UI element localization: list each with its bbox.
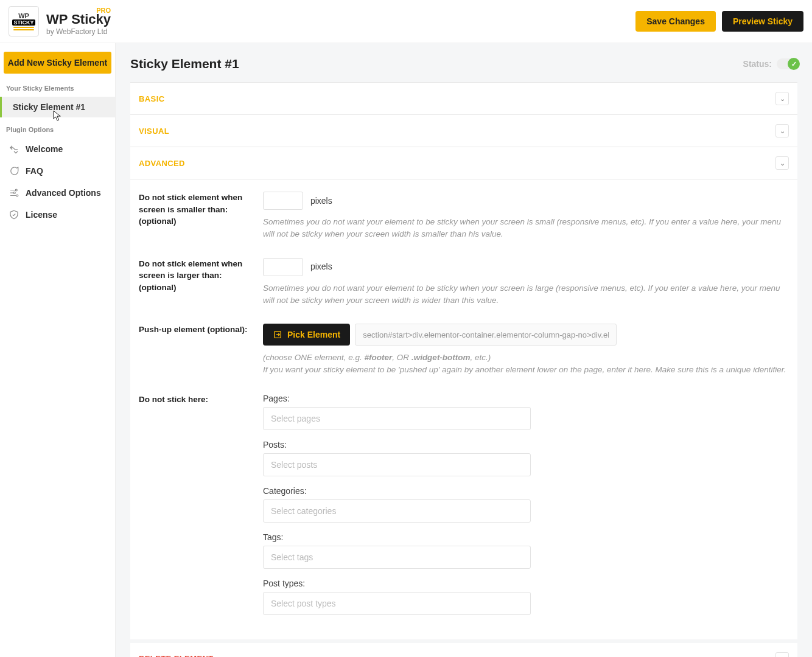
group-label-tags: Tags: bbox=[263, 532, 789, 542]
top-actions: Save Changes Preview Sticky bbox=[635, 11, 803, 32]
select-tags[interactable]: Select tags bbox=[263, 546, 531, 569]
pushup-selector-input[interactable] bbox=[355, 324, 617, 346]
page-title: Sticky Element #1 bbox=[130, 57, 239, 71]
select-post-types[interactable]: Select post types bbox=[263, 592, 531, 615]
chevron-down-icon: ⌄ bbox=[775, 92, 789, 105]
chevron-down-icon: ⌄ bbox=[775, 124, 789, 137]
sidebar-item-label: Sticky Element #1 bbox=[13, 102, 85, 112]
sidebar-item-advanced-options[interactable]: Advanced Options bbox=[0, 182, 115, 204]
app-name: WP Sticky bbox=[46, 12, 111, 27]
panel-advanced-body: Do not stick element when screen is smal… bbox=[130, 179, 797, 639]
sidebar-item-label: FAQ bbox=[26, 166, 43, 176]
svg-point-1 bbox=[13, 192, 15, 194]
main-content: Sticky Element #1 Status: ✓ BASIC ⌄ VISU… bbox=[116, 43, 812, 657]
panel-visual[interactable]: VISUAL ⌄ bbox=[130, 115, 797, 147]
field-description: Sometimes you do not want your element t… bbox=[263, 282, 789, 307]
status-block: Status: ✓ bbox=[743, 58, 797, 69]
panel-delete[interactable]: DELETE ELEMENT ⌄ bbox=[130, 643, 797, 658]
group-label-post-types: Post types: bbox=[263, 579, 789, 588]
sidebar-item-sticky-1[interactable]: Sticky Element #1 bbox=[0, 97, 115, 117]
field-description: (choose ONE element, e.g. #footer, OR .w… bbox=[263, 352, 789, 377]
field-label: Push-up element (optional): bbox=[139, 324, 248, 377]
sidebar-item-faq[interactable]: FAQ bbox=[0, 160, 115, 182]
field-min-screen: Do not stick element when screen is smal… bbox=[139, 192, 789, 241]
target-icon bbox=[273, 330, 282, 339]
field-description: Sometimes you do not want your element t… bbox=[263, 216, 789, 241]
sidebar-item-welcome[interactable]: Welcome bbox=[0, 138, 115, 160]
panel-title: DELETE ELEMENT bbox=[139, 654, 214, 657]
group-label-posts: Posts: bbox=[263, 440, 789, 450]
check-icon: ✓ bbox=[788, 58, 800, 70]
sidebar-section-elements: Your Sticky Elements bbox=[0, 82, 115, 97]
sidebar-item-label: Advanced Options bbox=[26, 188, 101, 198]
panel-basic[interactable]: BASIC ⌄ bbox=[130, 82, 797, 115]
sidebar: Add New Sticky Element Your Sticky Eleme… bbox=[0, 43, 116, 657]
panel-title: VISUAL bbox=[139, 127, 169, 136]
chat-icon bbox=[9, 165, 19, 176]
status-toggle[interactable]: ✓ bbox=[777, 58, 797, 69]
min-screen-input[interactable] bbox=[263, 192, 303, 210]
field-pushup: Push-up element (optional): Pick Element… bbox=[139, 324, 789, 377]
field-label: Do not stick element when screen is larg… bbox=[139, 258, 248, 307]
group-label-categories: Categories: bbox=[263, 486, 789, 496]
chevron-down-icon: ⌄ bbox=[775, 156, 789, 170]
unit-label: pixels bbox=[310, 196, 332, 206]
chevron-down-icon: ⌄ bbox=[775, 652, 789, 658]
pick-element-button[interactable]: Pick Element bbox=[263, 324, 350, 346]
field-dont-stick: Do not stick here: Pages: Select pages P… bbox=[139, 394, 789, 625]
pick-button-label: Pick Element bbox=[287, 330, 340, 339]
status-label: Status: bbox=[743, 59, 772, 69]
sidebar-item-license[interactable]: License bbox=[0, 204, 115, 226]
sliders-icon bbox=[9, 187, 19, 198]
field-label: Do not stick here: bbox=[139, 394, 248, 625]
svg-point-0 bbox=[15, 189, 17, 191]
unit-label: pixels bbox=[310, 262, 332, 271]
field-max-screen: Do not stick element when screen is larg… bbox=[139, 258, 789, 307]
preview-button[interactable]: Preview Sticky bbox=[722, 11, 803, 32]
add-sticky-button[interactable]: Add New Sticky Element bbox=[4, 52, 111, 74]
max-screen-input[interactable] bbox=[263, 258, 303, 276]
svg-point-2 bbox=[16, 195, 18, 196]
logo-block: WPSTICKY PRO WP Sticky by WebFactory Ltd bbox=[9, 6, 111, 36]
shield-icon bbox=[9, 209, 19, 220]
panel-title: ADVANCED bbox=[139, 159, 185, 168]
panel-title: BASIC bbox=[139, 94, 164, 103]
group-label-pages: Pages: bbox=[263, 394, 789, 403]
logo-icon: WPSTICKY bbox=[9, 6, 39, 36]
top-header: WPSTICKY PRO WP Sticky by WebFactory Ltd… bbox=[0, 0, 812, 43]
select-pages[interactable]: Select pages bbox=[263, 407, 531, 430]
by-line: by WebFactory Ltd bbox=[46, 27, 111, 36]
save-button[interactable]: Save Changes bbox=[635, 11, 716, 32]
field-label: Do not stick element when screen is smal… bbox=[139, 192, 248, 241]
select-posts[interactable]: Select posts bbox=[263, 453, 531, 476]
panel-advanced[interactable]: ADVANCED ⌄ bbox=[130, 147, 797, 179]
sidebar-item-label: License bbox=[26, 210, 57, 220]
cursor-icon bbox=[53, 110, 61, 122]
select-categories[interactable]: Select categories bbox=[263, 499, 531, 523]
sidebar-item-label: Welcome bbox=[26, 144, 63, 154]
handshake-icon bbox=[9, 144, 19, 155]
sidebar-section-options: Plugin Options bbox=[0, 123, 115, 138]
